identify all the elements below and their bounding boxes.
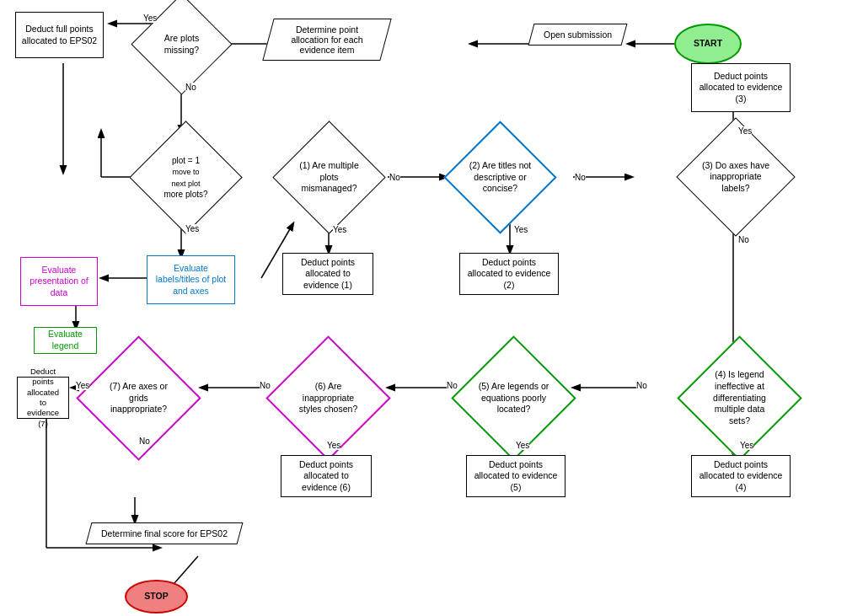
q5-label: (5) Are legends or equations poorly loca… [478, 381, 549, 415]
determine-points-node: Determine point allocation for each evid… [268, 19, 386, 61]
stop-node: STOP [125, 580, 188, 613]
q4-label: (4) Is legend ineffective at differentia… [704, 369, 775, 426]
evaluate-presentation-node: Evaluate presentation of data [20, 257, 98, 306]
no-label-plots: No [185, 83, 196, 92]
deduct-ev3-label: Deduct points allocated to evidence (3) [697, 71, 785, 105]
no-label-q5: No [447, 381, 458, 390]
yes-label-q5: Yes [516, 441, 529, 450]
start-node: START [674, 24, 742, 64]
q7-label: (7) Are axes or grids inappropriate? [103, 381, 174, 415]
q6-node: (6) Are inappropriate styles chosen? [270, 350, 386, 447]
open-submission-node: Open submission [531, 24, 624, 46]
evaluate-labels-node: Evaluate labels/titles of plot and axes [147, 255, 235, 304]
deduct-ev3-node: Deduct points allocated to evidence (3) [691, 63, 791, 112]
q4-node: (4) Is legend ineffective at differentia… [681, 350, 797, 447]
plots-missing-label: Are plots missing? [153, 33, 210, 56]
no-label-q7: No [139, 437, 150, 446]
evaluate-legend-label: Evaluate legend [40, 329, 91, 351]
q2-node: (2) Are titles not descriptive or concis… [445, 131, 555, 223]
evaluate-labels-label: Evaluate labels/titles of plot and axes [153, 263, 229, 297]
open-submission-label: Open submission [544, 29, 612, 40]
final-score-node: Determine final score for EPS02 [88, 522, 240, 544]
yes-label-q6: Yes [327, 441, 340, 450]
q7-node: (7) Are axes or grids inappropriate? [80, 350, 196, 447]
flowchart: START Open submission Determine point al… [0, 0, 863, 616]
no-label-q2: No [575, 173, 586, 182]
determine-points-label: Determine point allocation for each evid… [281, 24, 373, 55]
no-label-q6: No [260, 381, 271, 390]
deduct-ev2-label: Deduct points allocated to evidence (2) [465, 257, 553, 292]
q1-label: (1) Are multiple plots mismanaged? [297, 160, 362, 195]
deduct-ev7-node: Deduct points allocated to evidence (7) [17, 377, 69, 419]
yes-label-q2: Yes [514, 225, 528, 234]
yes-label-plots: Yes [143, 13, 157, 23]
yes-label-q1: Yes [333, 225, 346, 234]
deduct-ev5-node: Deduct points allocated to evidence (5) [466, 455, 566, 497]
yes-label-q3: Yes [738, 126, 752, 136]
deduct-ev4-label: Deduct points allocated to evidence (4) [697, 459, 785, 494]
yes-label-more-plots: Yes [185, 224, 199, 233]
deduct-ev4-node: Deduct points allocated to evidence (4) [691, 455, 791, 497]
deduct-ev1-node: Deduct points allocated to evidence (1) [282, 253, 373, 295]
q1-node: (1) Are multiple plots mismanaged? [274, 131, 383, 223]
start-label: START [694, 38, 722, 50]
deduct-ev2-node: Deduct points allocated to evidence (2) [459, 253, 559, 295]
q2-label: (2) Are titles not descriptive or concis… [469, 160, 532, 195]
q3-node: (3) Do axes have inappropriate labels? [681, 122, 791, 232]
evaluate-presentation-label: Evaluate presentation of data [26, 265, 92, 299]
more-plots-label: plot = 1move tonext plotmore plots? [163, 154, 207, 199]
deduct-eps02-node: Deduct full points allocated to EPS02 [15, 12, 104, 58]
deduct-ev1-label: Deduct points allocated to evidence (1) [288, 257, 367, 292]
deduct-eps02-label: Deduct full points allocated to EPS02 [21, 24, 98, 46]
q3-label: (3) Do axes have inappropriate labels? [701, 160, 770, 195]
deduct-ev6-label: Deduct points allocated to evidence (6) [287, 459, 366, 494]
q5-node: (5) Are legends or equations poorly loca… [455, 350, 571, 447]
final-score-label: Determine final score for EPS02 [101, 528, 228, 538]
more-plots-node: plot = 1move tonext plotmore plots? [131, 131, 240, 223]
q6-label: (6) Are inappropriate styles chosen? [292, 381, 364, 415]
deduct-ev6-node: Deduct points allocated to evidence (6) [281, 455, 372, 497]
deduct-ev5-label: Deduct points allocated to evidence (5) [472, 459, 560, 494]
no-label-q3: No [738, 235, 749, 244]
no-label-q4: No [636, 381, 647, 390]
yes-label-q4: Yes [740, 441, 753, 450]
yes-label-q7: Yes [76, 381, 89, 390]
deduct-ev7-label: Deduct points allocated to evidence (7) [23, 367, 63, 429]
no-label-q1: No [389, 173, 400, 182]
stop-label: STOP [144, 591, 168, 603]
